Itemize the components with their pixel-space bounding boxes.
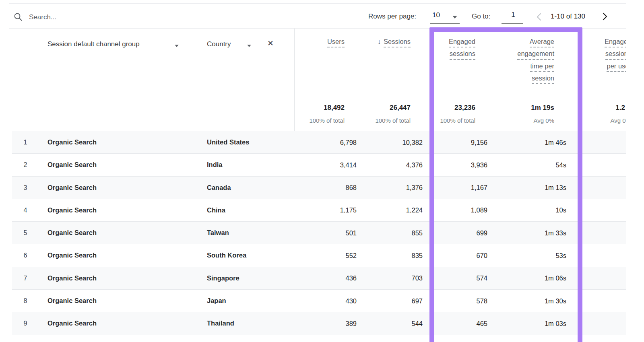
chevron-down-icon[interactable] <box>175 45 179 47</box>
metric-header-line: sessions <box>450 50 475 60</box>
cell-sessions: 1,376 <box>406 184 423 192</box>
cell-country: United States <box>207 138 249 146</box>
next-page-icon[interactable] <box>600 12 609 21</box>
total-sessions: 26,447 <box>390 104 411 112</box>
cell-channel-group: Organic Search <box>47 297 97 305</box>
row-index: 2 <box>19 161 31 169</box>
cell-engaged-sessions: 465 <box>476 320 487 328</box>
metric-header-line: session <box>532 75 554 84</box>
chevron-down-icon[interactable] <box>452 16 457 19</box>
table-row[interactable]: 1Organic SearchUnited States6,79810,3829… <box>12 131 626 154</box>
total-engaged-sessions: 23,236 <box>454 104 475 112</box>
cell-sessions: 703 <box>411 274 423 282</box>
metric-header-label[interactable]: per user <box>607 63 626 72</box>
row-index: 4 <box>19 207 31 214</box>
cell-users: 552 <box>345 252 357 260</box>
table-row[interactable]: 8Organic SearchJapan4306975781m 30s1.3 <box>12 290 626 312</box>
cell-avg-engagement-time-per-session: 1m 33s <box>545 229 566 237</box>
cell-avg-engagement-time-per-session: 1m 06s <box>545 274 566 282</box>
metric-header-line: Engaged <box>605 38 626 47</box>
cell-country: South Korea <box>207 251 246 259</box>
cell-engaged-sessions: 578 <box>476 297 487 305</box>
cell-users: 3,414 <box>340 161 357 169</box>
table-row[interactable]: 6Organic SearchSouth Korea55283567053s1.… <box>12 244 626 267</box>
rows-per-page-underline <box>430 23 460 24</box>
row-index: 8 <box>19 297 31 305</box>
cell-engaged-sessions: 9,156 <box>471 139 487 146</box>
row-index: 6 <box>19 252 31 259</box>
go-to-label: Go to: <box>472 12 490 21</box>
row-index: 7 <box>19 275 31 282</box>
metric-header-engaged-sessions-per-user: Engagedsessionsper user <box>605 38 626 75</box>
cell-engaged-sessions: 1,167 <box>471 184 487 192</box>
metric-header-label[interactable]: sessions <box>450 50 475 60</box>
metric-header-label[interactable]: engagement <box>517 50 554 60</box>
cell-engaged-sessions: 574 <box>476 274 487 282</box>
sort-descending-icon: ↓ <box>378 38 381 45</box>
metric-header-label[interactable]: time per <box>530 63 554 72</box>
row-index: 9 <box>19 320 31 327</box>
previous-page-icon[interactable] <box>535 12 544 22</box>
cell-avg-engagement-time-per-session: 53s <box>555 252 566 260</box>
dimension-dropdown-channel-group[interactable]: Session default channel group <box>47 40 140 48</box>
cell-users: 501 <box>345 229 357 237</box>
report-table: Session default channel group Country ✕ … <box>0 28 626 342</box>
metric-header-label[interactable]: Average <box>530 38 554 47</box>
cell-avg-engagement-time-per-session: 54s <box>555 161 566 169</box>
cell-sessions: 10,382 <box>402 139 423 146</box>
row-index: 3 <box>19 184 31 192</box>
cell-avg-engagement-time-per-session: 1m 30s <box>545 297 566 305</box>
cell-sessions: 855 <box>411 229 423 237</box>
cell-country: Taiwan <box>207 229 229 237</box>
table-row[interactable]: 7Organic SearchSingapore4367035741m 06s1… <box>12 267 626 290</box>
cell-country: India <box>207 161 223 169</box>
cell-channel-group: Organic Search <box>47 161 97 169</box>
cell-channel-group: Organic Search <box>47 138 97 146</box>
cell-country: Singapore <box>207 274 239 282</box>
metric-header-label[interactable]: Users <box>327 38 345 47</box>
total-avg-engagement-time-per-session: 1m 19s <box>531 104 554 112</box>
cell-engaged-sessions: 670 <box>476 252 487 260</box>
cell-engaged-sessions: 699 <box>476 229 487 237</box>
metric-header-label[interactable]: Sessions <box>384 38 411 47</box>
cell-sessions: 697 <box>411 297 423 305</box>
table-top-divider <box>9 28 626 29</box>
table-row[interactable]: 3Organic SearchCanada8681,3761,1671m 13s… <box>12 177 626 199</box>
metric-header-label[interactable]: Engaged <box>605 38 626 47</box>
go-to-page-input[interactable] <box>502 10 525 19</box>
cell-engaged-sessions: 1,089 <box>471 206 487 214</box>
metric-header-label[interactable]: Engaged <box>449 38 475 47</box>
metric-header-avg-engagement-time-per-session: Averageengagementtime persession <box>517 38 554 87</box>
pagination-range: 1-10 of 130 <box>551 12 585 21</box>
cell-channel-group: Organic Search <box>47 274 97 282</box>
metric-header-engaged-sessions: Engagedsessions <box>449 38 475 63</box>
cell-sessions: 4,376 <box>406 161 423 169</box>
cell-sessions: 544 <box>411 320 423 328</box>
chevron-down-icon[interactable] <box>247 45 251 47</box>
table-row[interactable]: 5Organic SearchTaiwan5018556991m 33s1.4 <box>12 222 626 244</box>
cell-sessions: 1,224 <box>406 206 423 214</box>
metric-header-line: engagement <box>517 50 554 60</box>
metric-header-line: per user <box>607 63 626 72</box>
metric-header-line: time per <box>530 63 554 72</box>
total-subtitle-avg-engagement-time-per-session: Avg 0% <box>534 117 554 124</box>
total-subtitle-sessions: 100% of total <box>375 117 411 124</box>
metric-header-line: Users <box>327 38 345 47</box>
row-index: 1 <box>19 139 31 146</box>
total-engaged-sessions-per-user: 1.2 <box>615 104 625 112</box>
dimension-dropdown-country[interactable]: Country <box>207 40 231 48</box>
search-icon <box>13 12 23 22</box>
table-row[interactable]: 4Organic SearchChina1,1751,2241,08910s0.… <box>12 199 626 222</box>
cell-channel-group: Organic Search <box>47 229 97 237</box>
table-row[interactable]: 2Organic SearchIndia3,4144,3763,93654s1.… <box>12 154 626 176</box>
top-divider <box>9 3 626 4</box>
total-users: 18,492 <box>324 104 345 112</box>
metric-header-label[interactable]: sessions <box>605 50 626 60</box>
metric-header-label[interactable]: session <box>532 75 554 84</box>
table-row[interactable]: 9Organic SearchThailand3895444651m 03s1.… <box>12 312 626 335</box>
remove-dimension-icon[interactable]: ✕ <box>267 39 274 48</box>
cell-engaged-sessions: 3,936 <box>471 161 487 169</box>
cell-channel-group: Organic Search <box>47 319 97 327</box>
search-input[interactable] <box>28 11 312 23</box>
rows-per-page-select[interactable]: 10 <box>432 11 440 19</box>
